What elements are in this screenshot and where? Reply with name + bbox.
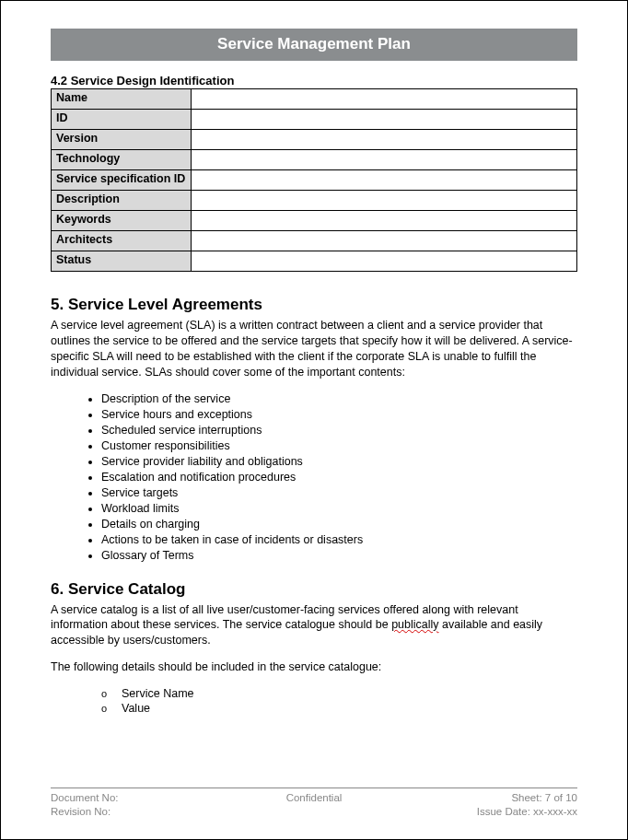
footer-doc-no: Document No: (51, 791, 227, 805)
section-6-intro: A service catalog is a list of all live … (51, 602, 577, 649)
row-value (192, 211, 577, 231)
section-6-heading: 6. Service Catalog (51, 580, 577, 599)
list-item: Details on charging (101, 517, 577, 532)
row-value (192, 89, 577, 110)
table-row: Name (52, 89, 577, 110)
table-row: Version (52, 130, 577, 150)
document-page: Service Management Plan 4.2 Service Desi… (1, 1, 627, 716)
row-label: Service specification ID (52, 170, 192, 191)
list-item: Description of the service (101, 391, 577, 407)
list-item: Service hours and exceptions (101, 407, 577, 423)
table-row: Technology (52, 150, 577, 170)
row-value (192, 130, 577, 150)
list-item: Glossary of Terms (101, 548, 577, 564)
service-design-id-table: Name ID Version Technology Service speci… (51, 88, 577, 272)
section-5-list: Description of the service Service hours… (51, 391, 577, 564)
row-label: Architects (52, 231, 192, 251)
row-value (192, 191, 577, 211)
row-value (192, 231, 577, 251)
row-label: ID (52, 110, 192, 130)
page-title: Service Management Plan (217, 35, 411, 52)
row-label: Version (52, 130, 192, 150)
spellcheck-word: publically (391, 618, 438, 631)
table-row: Description (52, 191, 577, 211)
list-item: Value (101, 701, 577, 716)
table-row: Keywords (52, 211, 577, 231)
row-value (192, 251, 577, 272)
row-label: Keywords (52, 211, 192, 231)
list-item: Workload limits (101, 501, 577, 517)
page-footer: Document No: Confidential Sheet: 7 of 10… (51, 788, 577, 819)
list-item: Scheduled service interruptions (101, 423, 577, 438)
footer-rev-no: Revision No: (51, 805, 227, 819)
row-value (192, 170, 577, 191)
list-item: Service Name (101, 686, 577, 701)
table-row: Architects (52, 231, 577, 251)
row-label: Description (52, 191, 192, 211)
table-row: Service specification ID (52, 170, 577, 191)
list-item: Customer responsibilities (101, 438, 577, 454)
list-item: Service targets (101, 485, 577, 501)
section-5-intro: A service level agreement (SLA) is a wri… (51, 318, 577, 380)
row-label: Technology (52, 150, 192, 170)
list-item: Service provider liability and obligatio… (101, 454, 577, 470)
footer-issue-date: Issue Date: xx-xxx-xx (401, 805, 577, 819)
row-value (192, 150, 577, 170)
page-title-bar: Service Management Plan (51, 29, 577, 61)
section-4-2-heading: 4.2 Service Design Identification (51, 74, 577, 88)
row-value (192, 110, 577, 130)
row-label: Status (52, 251, 192, 272)
footer-blank (227, 805, 402, 819)
row-label: Name (52, 89, 192, 110)
section-6-intro2: The following details should be included… (51, 659, 577, 675)
list-item: Actions to be taken in case of incidents… (101, 532, 577, 548)
footer-confidential: Confidential (227, 791, 402, 805)
list-item: Escalation and notification procedures (101, 470, 577, 485)
section-5-heading: 5. Service Level Agreements (51, 296, 577, 314)
footer-sheet: Sheet: 7 of 10 (401, 791, 577, 805)
table-row: ID (52, 110, 577, 130)
table-row: Status (52, 251, 577, 272)
section-6-list: Service Name Value (51, 686, 577, 716)
